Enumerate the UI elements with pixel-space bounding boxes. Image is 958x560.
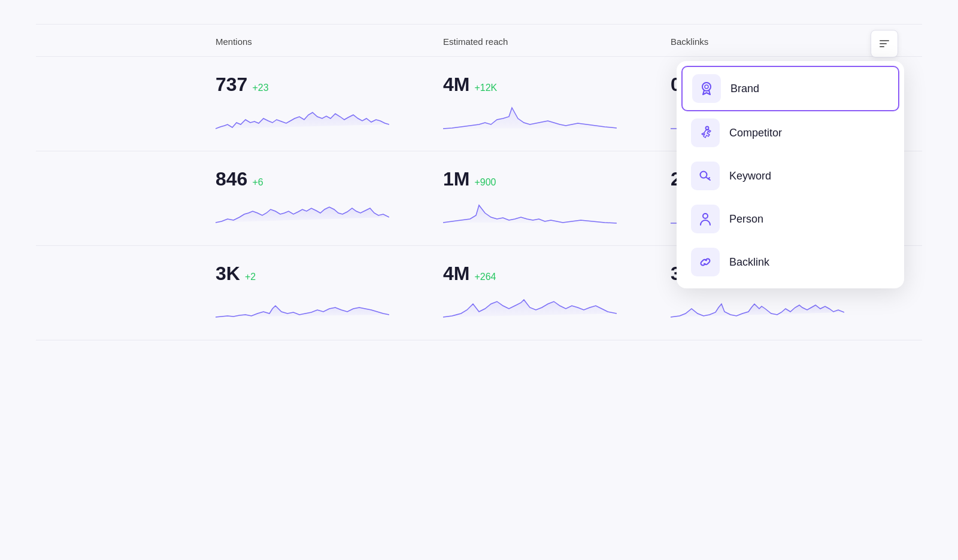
reach-delta: +900 bbox=[474, 177, 496, 188]
dropdown-menu: Brand Competitor bbox=[677, 61, 904, 288]
reach-delta: +264 bbox=[474, 272, 496, 282]
dropdown-container: Brand Competitor bbox=[871, 30, 898, 57]
mentions-value: 3K bbox=[216, 263, 240, 285]
svg-point-5 bbox=[705, 85, 708, 89]
filter-icon bbox=[878, 38, 890, 50]
row-1-mentions: 737 +23 bbox=[216, 74, 443, 134]
competitor-label: Competitor bbox=[729, 127, 782, 139]
link-icon bbox=[697, 254, 714, 270]
col-reach-header: Estimated reach bbox=[443, 36, 671, 47]
svg-point-6 bbox=[706, 127, 709, 130]
mentions-delta: +6 bbox=[252, 177, 263, 188]
reach-value: 1M bbox=[443, 168, 469, 190]
reach-delta: +12K bbox=[474, 83, 497, 93]
dropdown-item-person[interactable]: Person bbox=[681, 197, 899, 241]
keyword-icon-wrapper bbox=[691, 162, 720, 190]
backlink-icon-wrapper bbox=[691, 248, 720, 276]
keyword-label: Keyword bbox=[729, 170, 771, 182]
reach-value: 4M bbox=[443, 263, 469, 285]
mentions-delta: +23 bbox=[252, 83, 268, 93]
person-icon-wrapper bbox=[691, 205, 720, 233]
mentions-sparkline-1 bbox=[216, 102, 389, 132]
svg-rect-2 bbox=[880, 43, 887, 44]
table-headers: Mentions Estimated reach Backlinks bbox=[36, 24, 922, 57]
reach-sparkline-3 bbox=[443, 291, 617, 321]
brand-icon-wrapper bbox=[692, 74, 721, 103]
dropdown-item-competitor[interactable]: Competitor bbox=[681, 111, 899, 154]
row-3-reach: 4M +264 bbox=[443, 263, 671, 323]
row-1-reach: 4M +12K bbox=[443, 74, 671, 134]
mentions-sparkline-2 bbox=[216, 196, 389, 226]
mentions-delta: +2 bbox=[245, 272, 256, 282]
mentions-value: 737 bbox=[216, 74, 247, 96]
runner-icon bbox=[697, 124, 714, 141]
svg-rect-1 bbox=[880, 40, 889, 41]
brand-label: Brand bbox=[730, 83, 759, 95]
person-label: Person bbox=[729, 213, 763, 226]
svg-point-4 bbox=[702, 83, 711, 91]
col-backlinks-header: Backlinks bbox=[671, 36, 898, 47]
reach-sparkline-2 bbox=[443, 196, 617, 226]
backlinks-sparkline-3 bbox=[671, 291, 844, 321]
person-icon bbox=[697, 211, 714, 227]
col-mentions-header: Mentions bbox=[216, 36, 443, 47]
svg-point-8 bbox=[703, 214, 708, 218]
dropdown-trigger-button[interactable] bbox=[871, 30, 898, 57]
reach-sparkline-1 bbox=[443, 102, 617, 132]
competitor-icon-wrapper bbox=[691, 118, 720, 147]
mentions-sparkline-3 bbox=[216, 291, 389, 321]
row-3-mentions: 3K +2 bbox=[216, 263, 443, 323]
row-2-reach: 1M +900 bbox=[443, 168, 671, 229]
key-icon bbox=[697, 168, 714, 184]
dropdown-item-keyword[interactable]: Keyword bbox=[681, 154, 899, 197]
mentions-value: 846 bbox=[216, 168, 247, 190]
svg-rect-3 bbox=[880, 46, 884, 47]
award-icon bbox=[698, 80, 715, 97]
dropdown-item-backlink[interactable]: Backlink bbox=[681, 241, 899, 284]
backlink-label: Backlink bbox=[729, 256, 769, 269]
reach-value: 4M bbox=[443, 74, 469, 96]
row-2-mentions: 846 +6 bbox=[216, 168, 443, 229]
dropdown-item-brand[interactable]: Brand bbox=[681, 66, 899, 111]
